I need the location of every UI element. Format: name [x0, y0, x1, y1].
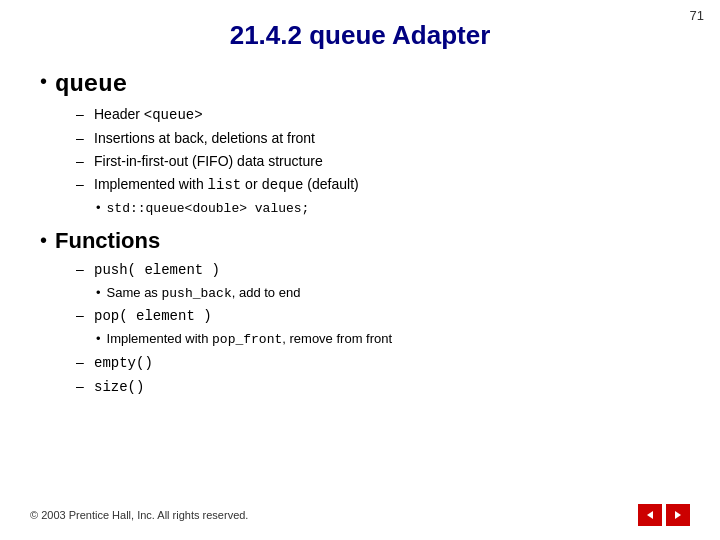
functions-push-item: – push( element ) — [76, 259, 680, 281]
functions-push-detail-text: Same as push_back, add to end — [107, 283, 301, 304]
functions-empty-item: – empty() — [76, 352, 680, 374]
bullet-dot-functions: • — [40, 228, 47, 252]
slide: 71 21.4.2 queue Adapter • queue – Header… — [0, 0, 720, 540]
functions-pop-item: – pop( element ) — [76, 305, 680, 327]
prev-icon — [645, 510, 655, 520]
functions-section: • Functions – push( element ) • Same as … — [40, 228, 680, 397]
bullet-dot-queue: • — [40, 69, 47, 93]
queue-sub-text-1: Header <queue> — [94, 104, 203, 126]
functions-pop-label: pop( element ) — [94, 305, 212, 327]
functions-bullet: • Functions — [40, 228, 680, 254]
functions-pop-detail-text: Implemented with pop_front, remove from … — [107, 329, 393, 350]
next-icon — [673, 510, 683, 520]
next-button[interactable] — [666, 504, 690, 526]
functions-label: Functions — [55, 228, 160, 254]
functions-push-detail: • Same as push_back, add to end — [96, 283, 680, 304]
functions-empty-label: empty() — [94, 352, 153, 374]
copyright-text: © 2003 Prentice Hall, Inc. All rights re… — [30, 509, 638, 521]
slide-title: 21.4.2 queue Adapter — [40, 20, 680, 51]
queue-sub-text-4: Implemented with list or deque (default) — [94, 174, 359, 196]
queue-sub-item-4: – Implemented with list or deque (defaul… — [76, 174, 680, 196]
functions-size-item: – size() — [76, 376, 680, 398]
slide-number: 71 — [690, 8, 704, 23]
svg-marker-1 — [675, 511, 681, 519]
queue-label: queue — [55, 69, 127, 100]
queue-bullet: • queue — [40, 69, 680, 100]
queue-sub-items: – Header <queue> – Insertions at back, d… — [76, 104, 680, 219]
footer: © 2003 Prentice Hall, Inc. All rights re… — [0, 504, 720, 526]
queue-sub-item-3: – First-in-first-out (FIFO) data structu… — [76, 151, 680, 172]
queue-section: • queue – Header <queue> – Insertions at… — [40, 69, 680, 218]
functions-pop-detail: • Implemented with pop_front, remove fro… — [96, 329, 680, 350]
queue-sub-item-1: – Header <queue> — [76, 104, 680, 126]
queue-sub-item-2: – Insertions at back, deletions at front — [76, 128, 680, 149]
functions-size-label: size() — [94, 376, 144, 398]
functions-push-label: push( element ) — [94, 259, 220, 281]
svg-marker-0 — [647, 511, 653, 519]
functions-sub-items: – push( element ) • Same as push_back, a… — [76, 259, 680, 398]
queue-sub-text-2: Insertions at back, deletions at front — [94, 128, 315, 149]
queue-code-example: • std::queue<double> values; — [96, 198, 680, 219]
nav-buttons[interactable] — [638, 504, 690, 526]
queue-sub-text-3: First-in-first-out (FIFO) data structure — [94, 151, 323, 172]
queue-code-text: std::queue<double> values; — [107, 198, 310, 219]
prev-button[interactable] — [638, 504, 662, 526]
